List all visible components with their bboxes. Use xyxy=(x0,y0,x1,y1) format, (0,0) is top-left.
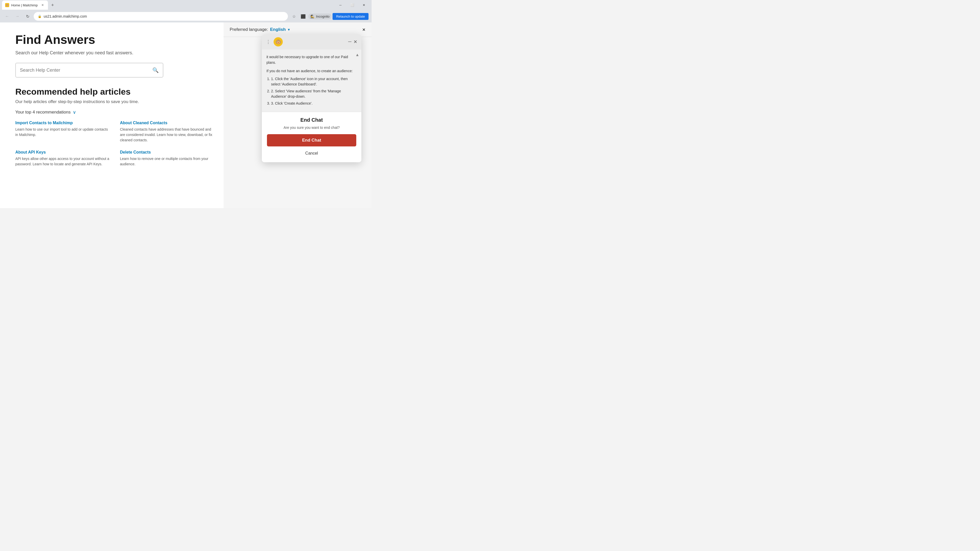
end-chat-dialog: End Chat Are you sure you want to end ch… xyxy=(262,112,361,162)
relaunch-button[interactable]: Relaunch to update xyxy=(332,13,369,20)
browser-chrome: 🐵 Home | Mailchimp ✕ + ─ ⬜ ✕ ← → ↻ 🔒 us2… xyxy=(0,0,372,22)
article-card-3: About API Keys API keys allow other apps… xyxy=(15,150,110,167)
incognito-label: Incognito xyxy=(316,14,329,18)
articles-grid: Import Contacts to Mailchimp Learn how t… xyxy=(15,121,215,167)
title-bar: 🐵 Home | Mailchimp ✕ + ─ ⬜ ✕ xyxy=(0,0,372,10)
new-tab-button[interactable]: + xyxy=(49,2,56,9)
chat-step-2: 2. Select 'View audiences' from the 'Man… xyxy=(271,89,357,99)
chevron-down-icon: ∨ xyxy=(73,110,76,115)
search-icon: 🔍 xyxy=(152,67,159,73)
article-card-2: About Cleaned Contacts Cleaned contacts … xyxy=(120,121,215,143)
address-bar[interactable]: 🔒 us21.admin.mailchimp.com xyxy=(34,12,288,21)
page-content: Find Answers Search our Help Center when… xyxy=(0,22,372,208)
chat-step-3: 3. Click 'Create Audience'. xyxy=(271,101,357,106)
incognito-icon: 🕵 xyxy=(310,14,314,18)
article-desc-4: Learn how to remove one or multiple cont… xyxy=(120,156,215,167)
preferred-language-label: Preferred language: xyxy=(230,27,268,32)
navigation-bar: ← → ↻ 🔒 us21.admin.mailchimp.com ☆ ⬛ 🕵 I… xyxy=(0,10,372,22)
window-controls: ─ ⬜ ✕ xyxy=(335,1,369,9)
chat-header-actions: ─ ✕ xyxy=(348,39,357,44)
article-link-1[interactable]: Import Contacts to Mailchimp xyxy=(15,121,110,125)
search-input[interactable] xyxy=(20,68,152,73)
chat-close-button[interactable]: ✕ xyxy=(353,39,357,44)
minimize-button[interactable]: ─ xyxy=(335,1,346,9)
refresh-button[interactable]: ↻ xyxy=(24,12,32,21)
article-link-3[interactable]: About API Keys xyxy=(15,150,110,155)
search-bar[interactable]: 🔍 xyxy=(15,63,163,78)
end-chat-subtitle: Are you sure you want to end chat? xyxy=(267,125,356,130)
chat-step-1: 1. Click the 'Audience' icon in your acc… xyxy=(271,76,357,87)
end-chat-title: End Chat xyxy=(267,117,356,123)
recommendations-dropdown[interactable]: Your top 4 recommendations ∨ xyxy=(15,110,215,115)
bookmark-button[interactable]: ☆ xyxy=(290,12,298,21)
chat-steps-list: 1. Click the 'Audience' icon in your acc… xyxy=(266,76,357,106)
article-link-4[interactable]: Delete Contacts xyxy=(120,150,215,155)
extensions-button[interactable]: ⬛ xyxy=(299,12,307,21)
article-card-1: Import Contacts to Mailchimp Learn how t… xyxy=(15,121,110,143)
page-subtitle: Search our Help Center whenever you need… xyxy=(15,50,215,56)
page-title: Find Answers xyxy=(15,33,215,47)
main-area: Find Answers Search our Help Center when… xyxy=(0,22,230,177)
chat-avatar-icon: 🐵 xyxy=(275,39,282,45)
chat-header: ⋮ 🐵 ─ ✕ xyxy=(262,34,361,49)
language-link[interactable]: English xyxy=(270,27,286,32)
active-tab[interactable]: 🐵 Home | Mailchimp ✕ xyxy=(2,0,48,10)
end-chat-cancel-button[interactable]: Cancel xyxy=(267,148,356,158)
chat-widget: ⋮ 🐵 ─ ✕ ▲ it would be necessary to upgra… xyxy=(262,34,361,162)
chat-minimize-button[interactable]: ─ xyxy=(348,39,352,44)
section-title: Recommended help articles xyxy=(15,87,215,97)
tab-favicon: 🐵 xyxy=(5,3,9,7)
chat-scroll-indicator[interactable]: ▲ xyxy=(355,52,360,58)
article-desc-2: Cleaned contacts have addresses that hav… xyxy=(120,127,215,143)
article-desc-3: API keys allow other apps access to your… xyxy=(15,156,110,167)
article-link-2[interactable]: About Cleaned Contacts xyxy=(120,121,215,125)
chat-body: ▲ it would be necessary to upgrade to on… xyxy=(262,49,361,112)
chat-paragraph-1: it would be necessary to upgrade to one … xyxy=(266,54,357,65)
incognito-badge[interactable]: 🕵 Incognito xyxy=(308,14,331,19)
chat-paragraph-2: If you do not have an audience, to creat… xyxy=(266,68,357,74)
close-button[interactable]: ✕ xyxy=(358,1,369,9)
maximize-button[interactable]: ⬜ xyxy=(347,1,358,9)
chat-menu-button[interactable]: ⋮ xyxy=(266,39,270,44)
forward-button[interactable]: → xyxy=(13,12,21,21)
dropdown-label: Your top 4 recommendations xyxy=(15,110,71,115)
language-dropdown-icon[interactable]: ▾ xyxy=(288,27,290,32)
article-card-4: Delete Contacts Learn how to remove one … xyxy=(120,150,215,167)
url-text: us21.admin.mailchimp.com xyxy=(44,14,284,18)
back-button[interactable]: ← xyxy=(3,12,11,21)
lock-icon: 🔒 xyxy=(38,14,41,18)
close-language-button[interactable]: ✕ xyxy=(362,27,366,32)
tab-close-button[interactable]: ✕ xyxy=(40,3,45,7)
nav-actions: ☆ ⬛ 🕵 Incognito Relaunch to update xyxy=(290,12,369,21)
chat-message: it would be necessary to upgrade to one … xyxy=(266,54,357,106)
article-desc-1: Learn how to use our import tool to add … xyxy=(15,127,110,138)
section-subtitle: Our help articles offer step-by-step ins… xyxy=(15,99,215,104)
end-chat-confirm-button[interactable]: End Chat xyxy=(267,134,356,146)
tab-title: Home | Mailchimp xyxy=(11,3,38,7)
chat-avatar: 🐵 xyxy=(274,37,283,46)
